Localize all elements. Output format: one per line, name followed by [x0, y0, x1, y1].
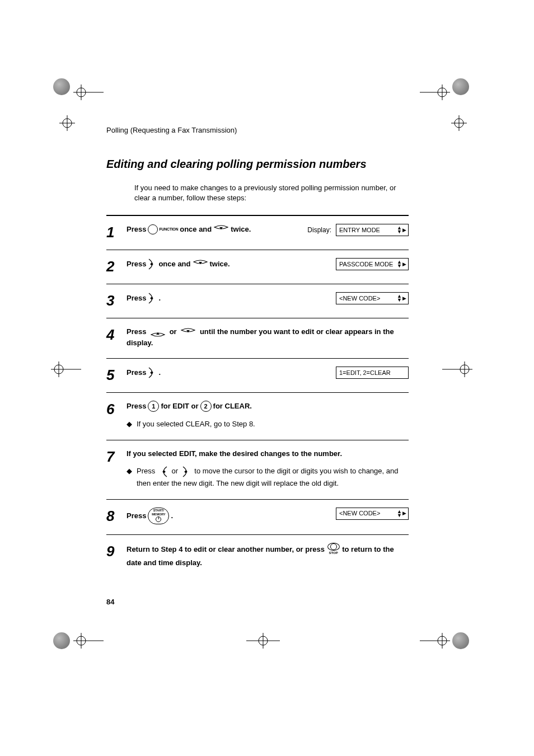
- lcd-text: 1=EDIT, 2=CLEAR: [339, 368, 391, 378]
- lcd-arrows-icon: ▲▼▶: [397, 294, 406, 302]
- bullet-icon: ◆: [127, 466, 137, 477]
- step-text: for CLEAR.: [213, 401, 252, 412]
- right-half-button-icon: [148, 292, 157, 304]
- step-number: 9: [106, 543, 127, 558]
- reg-shade-tl: [53, 78, 70, 95]
- steps-list: 1 Press FUNCTION once and twice. Display…: [106, 215, 409, 579]
- crop-mark-tl: [70, 81, 104, 104]
- bullet-text: If you selected CLEAR, go to Step 8.: [137, 419, 409, 430]
- step-text: Press: [127, 259, 146, 270]
- step-6: 6 Press 1 for EDIT or 2 for CLEAR. ◆ If …: [106, 393, 409, 440]
- down-nav-icon: [213, 225, 229, 234]
- step-5: 5 Press . 1=EDIT, 2=CLEAR: [106, 359, 409, 393]
- running-header: Polling (Requesting a Fax Transmission): [106, 126, 409, 134]
- function-button-icon: FUNCTION: [148, 224, 178, 234]
- svg-rect-33: [184, 470, 188, 473]
- step-text: If you selected EDIT, make the desired c…: [127, 448, 409, 459]
- lcd-display: <NEW CODE> ▲▼▶: [336, 292, 409, 304]
- crop-mark-tc: [50, 112, 84, 134]
- step-text: Press: [127, 367, 146, 378]
- lcd-text: <NEW CODE>: [339, 509, 380, 518]
- display-label: Display:: [307, 225, 331, 235]
- step-number: 5: [106, 367, 127, 382]
- down-nav-icon: [193, 260, 208, 269]
- step-text: Press: [127, 401, 146, 412]
- lcd-display: PASSCODE MODE ▲▼▶: [336, 258, 409, 270]
- lcd-text: PASSCODE MODE: [339, 260, 393, 269]
- page-number: 84: [106, 598, 114, 606]
- reg-shade-bl: [53, 632, 70, 649]
- right-half-button-icon: [148, 367, 157, 379]
- svg-rect-31: [151, 371, 154, 374]
- step-text: .: [158, 293, 161, 304]
- lcd-arrows-icon: ▲▼▶: [397, 510, 406, 518]
- step-2: 2 Press once and twice. PASSCODE MODE: [106, 250, 409, 284]
- step-number: 2: [106, 258, 127, 274]
- step-number: 1: [106, 224, 127, 240]
- step-number: 3: [106, 292, 127, 308]
- step-text: twice.: [231, 224, 251, 235]
- intro-text: If you need to make changes to a previou…: [134, 183, 409, 203]
- step-text: twice.: [210, 259, 230, 270]
- right-half-button-icon: [182, 466, 191, 478]
- step-text: once and: [180, 224, 212, 235]
- step-number: 7: [106, 448, 127, 464]
- step-text: Press: [127, 510, 146, 522]
- step-text: Press: [127, 224, 146, 235]
- crop-mark-tr: [420, 81, 453, 104]
- step-7: 7 If you selected EDIT, make the desired…: [106, 440, 409, 500]
- bullet-text: Press or to move the cursor to the digit…: [137, 466, 409, 489]
- step-number: 8: [106, 508, 127, 523]
- step-4: 4 Press or until the number you want to …: [106, 318, 409, 359]
- step-text: Press: [127, 293, 146, 304]
- step-text: until the number you want to edit or cle…: [127, 327, 394, 347]
- down-nav-icon: [180, 328, 196, 337]
- bullet-icon: ◆: [127, 419, 137, 430]
- lcd-text: <NEW CODE>: [339, 294, 380, 303]
- lcd-display: ENTRY MODE ▲▼▶: [336, 224, 409, 236]
- step-number: 6: [106, 401, 127, 416]
- crop-mark-trc: [442, 112, 476, 134]
- crop-mark-bc: [246, 630, 280, 652]
- start-memory-button-icon: START/ MEMORY: [148, 508, 169, 524]
- crop-mark-bl: [70, 630, 104, 652]
- right-half-button-icon: [148, 258, 157, 270]
- crop-mark-mr: [442, 358, 476, 381]
- digit-1-button-icon: 1: [148, 401, 159, 412]
- reg-shade-br: [452, 632, 469, 649]
- lcd-display: <NEW CODE> ▲▼▶: [336, 508, 409, 520]
- step-text: .: [171, 510, 173, 522]
- lcd-arrows-icon: ▲▼▶: [397, 260, 406, 268]
- stop-button-icon: STOP: [327, 543, 340, 556]
- step-text: Return to Step 4 to edit or clear anothe…: [127, 545, 327, 553]
- lcd-arrows-icon: ▲▼▶: [397, 226, 406, 234]
- svg-rect-29: [151, 262, 154, 266]
- digit-2-button-icon: 2: [200, 401, 212, 412]
- step-3: 3 Press . <NEW CODE> ▲▼▶: [106, 284, 409, 318]
- lcd-text: ENTRY MODE: [339, 226, 380, 235]
- step-1: 1 Press FUNCTION once and twice. Display…: [106, 216, 409, 250]
- section-title: Editing and clearing polling permission …: [106, 158, 409, 171]
- left-half-button-icon: [159, 466, 168, 478]
- step-text: Press: [127, 327, 148, 336]
- crop-mark-br: [420, 630, 453, 652]
- crop-mark-ml: [48, 358, 81, 381]
- step-text: or: [170, 327, 179, 336]
- step-9: 9 Return to Step 4 to edit or clear anot…: [106, 535, 409, 580]
- svg-rect-32: [162, 470, 166, 473]
- svg-rect-30: [151, 297, 154, 300]
- step-text: once and: [158, 259, 190, 270]
- step-text: for EDIT or: [161, 401, 198, 412]
- step-8: 8 Press START/ MEMORY . <NEW CODE> ▲▼▶: [106, 500, 409, 535]
- reg-shade-tr: [452, 78, 469, 95]
- up-nav-icon: [150, 328, 166, 337]
- lcd-display: 1=EDIT, 2=CLEAR: [336, 367, 409, 379]
- step-text: .: [158, 367, 161, 378]
- step-number: 4: [106, 326, 127, 342]
